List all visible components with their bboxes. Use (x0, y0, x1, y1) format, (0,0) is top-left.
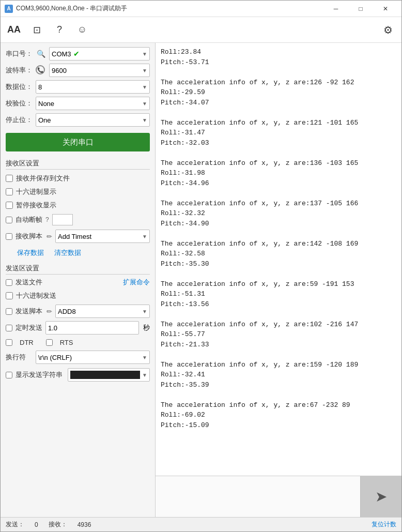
maximize-button[interactable]: □ (349, 2, 373, 16)
help-icon[interactable]: ? (52, 23, 67, 37)
baud-value: 9600 (52, 67, 67, 74)
timed-send-label: 定时发送 (16, 323, 42, 332)
stopbits-select[interactable]: One ▼ (36, 113, 150, 127)
auto-frame-row: 自动断帧 ? 20 (6, 214, 150, 225)
databits-chevron-icon: ▼ (142, 84, 147, 90)
settings-icon-label: ⚙ (383, 24, 393, 36)
save-to-file-checkbox[interactable] (6, 175, 13, 182)
data-actions: 保存数据 清空数据 (17, 248, 150, 257)
recv-script-label: 接收脚本 (16, 232, 42, 241)
auto-frame-label: 自动断帧 (16, 215, 42, 224)
send-script-select[interactable]: ADD8 ▼ (55, 305, 150, 318)
window-title: COM3,9600,None,8,One - 串口调试助手 (16, 4, 127, 13)
toolbar-left: AA ⊡ ? ☺ (7, 23, 89, 37)
port-select-inner: COM3 ✔ (52, 50, 142, 58)
recv-count-label: 接收： (49, 520, 67, 529)
baud-icon: 📞 (36, 65, 46, 75)
parity-row: 校验位： None ▼ (6, 97, 150, 110)
recv-script-icon: ✏ (47, 233, 52, 240)
databits-select[interactable]: 8 ▼ (36, 80, 150, 94)
rts-checkbox[interactable] (46, 339, 53, 346)
timed-send-checkbox[interactable] (6, 325, 12, 331)
rts-label: RTS (60, 339, 73, 346)
baud-label: 波特率： (6, 66, 33, 75)
send-settings-header: 发送区设置 (6, 264, 150, 275)
send-file-label: 发送文件 (16, 278, 42, 287)
clear-data-button[interactable]: 清空数据 (54, 248, 81, 257)
send-button[interactable]: ➤ (360, 476, 401, 517)
hex-display-checkbox[interactable] (6, 188, 13, 195)
search-icon: 🔍 (37, 50, 45, 58)
save-to-file-label: 接收并保存到文件 (16, 174, 70, 183)
port-check: ✔ (73, 50, 80, 58)
baud-select[interactable]: 9600 ▼ (49, 64, 150, 77)
hex-send-checkbox[interactable] (6, 292, 13, 299)
minimize-button[interactable]: ─ (324, 2, 348, 16)
close-button[interactable]: ✕ (374, 2, 397, 16)
stopbits-label: 停止位： (6, 115, 33, 125)
phone-icon: 📞 (36, 65, 45, 74)
baud-chevron-icon: ▼ (142, 68, 147, 73)
save-data-button[interactable]: 保存数据 (17, 248, 44, 257)
auto-frame-input[interactable]: 20 (52, 214, 73, 225)
send-script-value: ADD8 (58, 308, 76, 315)
font-icon[interactable]: AA (7, 23, 21, 37)
newline-row: 换行符 \r\n (CRLF) ▼ (6, 351, 150, 364)
port-select[interactable]: COM3 ✔ ▼ (49, 47, 150, 60)
title-bar: A COM3,9600,None,8,One - 串口调试助手 ─ □ ✕ (1, 1, 401, 17)
recv-count-value: 4936 (78, 521, 91, 528)
show-send-str-checkbox[interactable] (6, 372, 12, 378)
auto-frame-hint[interactable]: ? (45, 216, 49, 223)
send-script-label: 发送脚本 (16, 307, 42, 316)
pause-recv-label: 暂停接收显示 (16, 201, 56, 210)
recv-script-row: 接收脚本 ✏ Add Timest ▼ (6, 230, 150, 243)
close-port-button[interactable]: 关闭串口 (6, 133, 150, 151)
parity-chevron-icon: ▼ (142, 101, 147, 107)
send-input[interactable] (156, 476, 360, 517)
recv-script-value: Add Timest (58, 233, 91, 240)
font-icon-label: AA (7, 24, 21, 35)
send-str-row: 显示发送字符串 ▼ (6, 368, 150, 382)
send-script-icon: ✏ (47, 308, 52, 315)
dtr-rts-row: DTR RTS (6, 339, 150, 346)
left-panel: 串口号： 🔍 COM3 ✔ ▼ 波特率： 📞 (1, 43, 156, 517)
parity-select[interactable]: None ▼ (36, 97, 150, 110)
recv-script-select[interactable]: Add Timest ▼ (55, 230, 150, 243)
recv-script-checkbox[interactable] (6, 233, 12, 240)
expand-cmd-button[interactable]: 扩展命令 (123, 278, 150, 287)
send-file-checkbox[interactable] (6, 279, 12, 286)
settings-icon[interactable]: ⚙ (381, 23, 395, 37)
port-value: COM3 (52, 50, 71, 58)
emoji-icon-label: ☺ (78, 24, 87, 35)
recv-script-chevron: ▼ (142, 234, 147, 239)
hex-display-row: 十六进制显示 (6, 187, 150, 196)
send-str-chevron: ▼ (142, 372, 147, 378)
newline-label: 换行符 (6, 353, 33, 362)
title-bar-left: A COM3,9600,None,8,One - 串口调试助手 (5, 4, 127, 13)
pause-recv-checkbox[interactable] (6, 202, 13, 209)
help-icon-label: ? (57, 24, 62, 35)
emoji-icon[interactable]: ☺ (75, 23, 89, 37)
timed-send-row: 定时发送 1.0 秒 (6, 321, 150, 335)
crop-icon-label: ⊡ (33, 24, 41, 36)
dtr-checkbox[interactable] (6, 339, 12, 346)
main-content: 串口号： 🔍 COM3 ✔ ▼ 波特率： 📞 (1, 43, 401, 517)
timed-send-value: 1.0 (48, 324, 57, 332)
send-count-value: 0 (35, 521, 38, 528)
stopbits-value: One (38, 116, 51, 124)
newline-chevron: ▼ (142, 355, 147, 360)
newline-select[interactable]: \r\n (CRLF) ▼ (36, 351, 150, 364)
stopbits-chevron-icon: ▼ (142, 117, 147, 123)
reset-count-link[interactable]: 复位计数 (372, 520, 396, 529)
crop-icon[interactable]: ⊡ (29, 23, 44, 37)
right-panel: Roll:23.84 Pitch:-53.71 The acceleration… (156, 43, 401, 517)
port-label: 串口号： (6, 49, 33, 58)
timed-send-input-wrapper[interactable]: 1.0 (45, 321, 139, 335)
send-area: ➤ (156, 476, 401, 517)
show-send-str-label: 显示发送字符串 (16, 370, 63, 379)
send-str-color-picker[interactable]: ▼ (68, 368, 150, 382)
send-script-checkbox[interactable] (6, 308, 12, 315)
auto-frame-checkbox[interactable] (6, 217, 12, 223)
status-bar: 发送： 0 接收： 4936 复位计数 (1, 517, 401, 531)
send-count-label: 发送： (6, 520, 24, 529)
